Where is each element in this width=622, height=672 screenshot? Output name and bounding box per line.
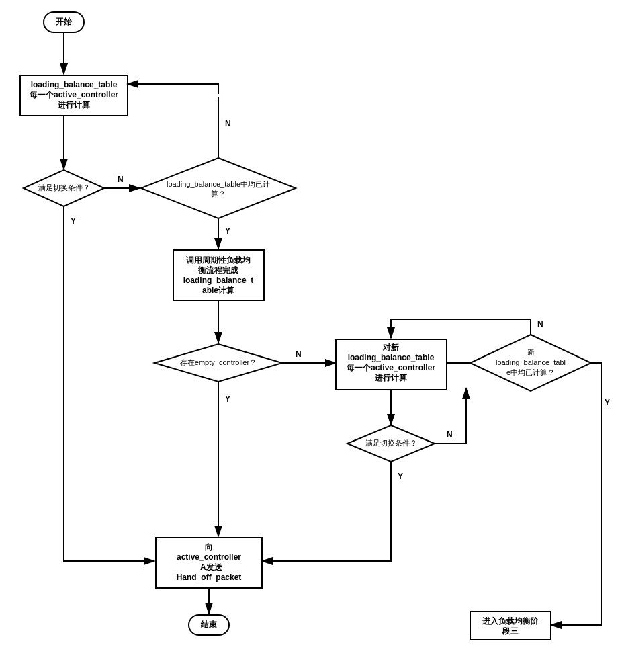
svg-text:loading_balance_table中均已计: loading_balance_table中均已计 [167, 180, 270, 188]
svg-text:Hand_off_packet: Hand_off_packet [177, 573, 242, 582]
svg-text:每一个active_controller: 每一个active_controller [346, 363, 435, 372]
svg-text:Y: Y [605, 398, 610, 407]
svg-text:进行计算: 进行计算 [57, 100, 90, 110]
decision-all-computed [141, 158, 296, 218]
svg-text:衡流程完成: 衡流程完成 [197, 265, 238, 275]
svg-text:对新: 对新 [382, 343, 399, 352]
svg-text:N: N [447, 430, 453, 439]
svg-text:每一个active_controller: 每一个active_controller [29, 90, 118, 99]
svg-text:Y: Y [225, 394, 230, 404]
end-label: 结束 [200, 620, 217, 629]
svg-text:段三: 段三 [502, 626, 519, 636]
svg-text:e中均已计算？: e中均已计算？ [506, 368, 555, 376]
svg-text:Y: Y [225, 226, 230, 236]
svg-text:loading_balance_tabl: loading_balance_tabl [496, 358, 566, 366]
svg-text:满足切换条件？: 满足切换条件？ [38, 183, 90, 192]
svg-text:Y: Y [398, 472, 403, 481]
svg-text:loading_balance_table: loading_balance_table [348, 353, 435, 362]
svg-text:loading_balance_t: loading_balance_t [183, 276, 254, 285]
svg-text:算？: 算？ [211, 190, 226, 198]
svg-text:loading_balance_table: loading_balance_table [31, 80, 118, 89]
svg-text:进入负载均衡阶: 进入负载均衡阶 [482, 616, 539, 626]
svg-text:新: 新 [527, 348, 535, 356]
start-label: 开始 [55, 17, 73, 26]
svg-text:Y: Y [71, 216, 76, 226]
svg-text:N: N [118, 175, 124, 184]
svg-text:N: N [296, 349, 302, 359]
svg-text:able计算: able计算 [202, 286, 234, 295]
svg-text:向: 向 [205, 542, 213, 552]
svg-text:存在empty_controller？: 存在empty_controller？ [180, 358, 257, 366]
svg-text:_A发送: _A发送 [195, 562, 222, 572]
svg-text:满足切换条件？: 满足切换条件？ [365, 439, 417, 447]
svg-text:N: N [225, 119, 231, 128]
svg-text:调用周期性负载均: 调用周期性负载均 [185, 255, 251, 265]
svg-text:N: N [537, 319, 543, 329]
flowchart: 开始 loading_balance_table 每一个active_contr… [0, 0, 622, 672]
svg-text:active_controller: active_controller [177, 552, 241, 562]
svg-text:进行计算: 进行计算 [374, 373, 407, 382]
